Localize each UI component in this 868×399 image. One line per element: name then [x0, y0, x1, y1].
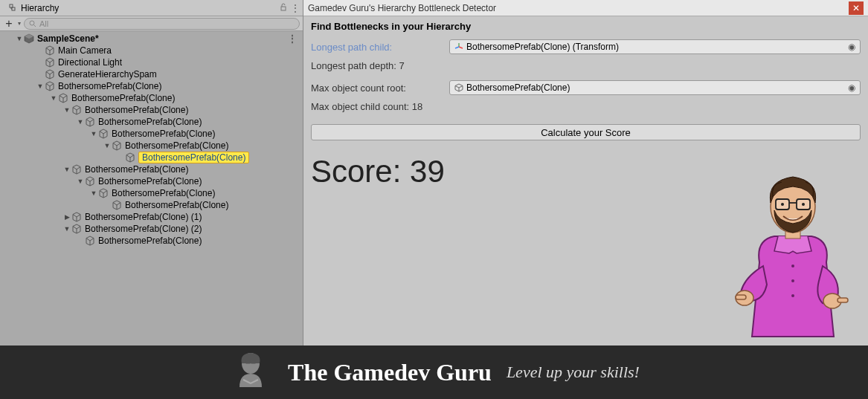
- calculate-button[interactable]: Calculate your Score: [311, 124, 861, 140]
- gameobject-icon: [71, 105, 82, 115]
- hierarchy-tab[interactable]: Hierarchy: [3, 1, 65, 15]
- svg-line-47: [126, 155, 130, 158]
- svg-line-12: [50, 48, 54, 51]
- tree-item-label: BothersomePrefab(Clone): [98, 176, 202, 186]
- footer-tagline: Level up your skills!: [507, 363, 640, 382]
- longest-path-child-label: Longest path child:: [311, 42, 445, 53]
- mascot-illustration: [722, 166, 864, 351]
- detector-panel: Gamedev Guru's Hierarchy Bottleneck Dete…: [303, 0, 868, 346]
- svg-line-60: [103, 191, 107, 194]
- tree-item[interactable]: ▼BothersomePrefab(Clone): [0, 163, 303, 175]
- svg-line-82: [455, 86, 459, 88]
- longest-path-depth-label: Longest path depth: 7: [311, 60, 405, 71]
- tree-item[interactable]: ▼BothersomePrefab(Clone) (2): [0, 223, 303, 235]
- svg-point-96: [791, 279, 794, 282]
- unity-scene-icon: [24, 33, 34, 44]
- add-button[interactable]: +: [3, 18, 15, 30]
- svg-rect-85: [736, 295, 746, 299]
- tree-item[interactable]: ▼BothersomePrefab(Clone): [0, 128, 303, 140]
- expand-arrow-icon[interactable]: ▼: [49, 94, 58, 102]
- detector-heading: Find Bottlenecks in your Hierarchy: [311, 21, 861, 32]
- svg-line-79: [455, 47, 459, 48]
- svg-point-94: [802, 203, 805, 206]
- search-input[interactable]: [39, 19, 295, 28]
- expand-arrow-icon[interactable]: ▶: [62, 213, 71, 221]
- gameobject-icon: [45, 81, 55, 91]
- svg-line-68: [77, 215, 80, 218]
- expand-arrow-icon[interactable]: ▼: [89, 189, 98, 197]
- tree-item[interactable]: ▼BothersomePrefab(Clone): [0, 80, 303, 92]
- detector-body: Find Bottlenecks in your Hierarchy Longe…: [303, 16, 868, 346]
- svg-rect-4: [281, 7, 286, 10]
- longest-path-child-value: BothersomePrefab(Clone) (Transform): [466, 42, 619, 52]
- tree-item[interactable]: ▼BothersomePrefab(Clone): [0, 140, 303, 152]
- gameobject-icon: [45, 69, 55, 80]
- svg-line-15: [46, 60, 50, 63]
- tree-container[interactable]: ▼ SampleScene* ⋮ ▼Main Camera▼Directiona…: [0, 31, 303, 346]
- expand-arrow-icon[interactable]: ▼: [76, 178, 85, 185]
- expand-arrow-icon[interactable]: ▼: [62, 225, 71, 233]
- svg-line-55: [86, 179, 90, 182]
- svg-line-63: [113, 203, 117, 206]
- svg-line-67: [73, 215, 77, 218]
- gameobject-icon: [71, 212, 82, 222]
- expand-arrow-icon[interactable]: ▼: [62, 166, 71, 173]
- object-picker-icon[interactable]: ◉: [848, 82, 855, 93]
- expand-arrow-icon[interactable]: ▼: [62, 106, 71, 114]
- tree-item[interactable]: ▼BothersomePrefab(Clone): [0, 116, 303, 128]
- tree-item-label: BothersomePrefab(Clone): [125, 200, 228, 210]
- tree-item[interactable]: ▼BothersomePrefab(Clone): [0, 175, 303, 187]
- hierarchy-panel: Hierarchy ⋮ + ▾ ▼: [0, 0, 303, 346]
- close-button[interactable]: ✕: [849, 1, 864, 15]
- search-box[interactable]: [24, 18, 300, 30]
- svg-point-93: [781, 203, 784, 206]
- scene-menu-icon[interactable]: ⋮: [288, 33, 297, 44]
- svg-line-83: [459, 86, 463, 88]
- expand-arrow-icon[interactable]: ▼: [36, 82, 45, 90]
- tree-item-label: BothersomePrefab(Clone): [125, 140, 228, 151]
- tree-item[interactable]: ▼BothersomePrefab(Clone): [0, 152, 303, 163]
- tree-item[interactable]: ▼Main Camera: [0, 45, 303, 56]
- tree-item[interactable]: ▼BothersomePrefab(Clone): [0, 187, 303, 199]
- max-object-child-count-row: Max object child count: 18: [311, 101, 861, 112]
- gameobject-icon: [98, 129, 109, 139]
- tree-item[interactable]: ▼BothersomePrefab(Clone): [0, 92, 303, 104]
- svg-line-75: [86, 239, 90, 241]
- svg-point-95: [791, 265, 794, 267]
- gameobject-icon: [125, 152, 135, 163]
- object-picker-icon[interactable]: ◉: [848, 42, 855, 52]
- longest-path-depth-row: Longest path depth: 7: [311, 60, 861, 71]
- panel-lock-icon[interactable]: [279, 3, 288, 13]
- gameobject-icon: [45, 57, 55, 68]
- expand-arrow-icon[interactable]: ▼: [103, 142, 112, 149]
- main-area: Hierarchy ⋮ + ▾ ▼: [0, 0, 868, 346]
- svg-line-64: [117, 203, 120, 206]
- gameobject-icon: [45, 45, 55, 56]
- gameobject-icon: [71, 224, 82, 234]
- svg-line-56: [90, 179, 94, 182]
- tree-item[interactable]: ▼BothersomePrefab(Clone): [0, 199, 303, 211]
- svg-line-76: [90, 239, 94, 241]
- expand-arrow-icon[interactable]: ▼: [89, 130, 98, 137]
- svg-line-72: [77, 227, 80, 230]
- tree-item[interactable]: ▼BothersomePrefab(Clone): [0, 104, 303, 116]
- scene-name: SampleScene*: [37, 33, 99, 44]
- longest-path-child-field[interactable]: BothersomePrefab(Clone) (Transform) ◉: [449, 39, 861, 54]
- svg-line-19: [46, 72, 50, 75]
- svg-line-52: [77, 167, 80, 170]
- max-object-root-value: BothersomePrefab(Clone): [466, 82, 570, 93]
- expand-arrow-icon[interactable]: ▼: [15, 35, 24, 42]
- max-object-root-field[interactable]: BothersomePrefab(Clone) ◉: [449, 80, 861, 95]
- tree-item[interactable]: ▼GenerateHierarchySpam: [0, 68, 303, 80]
- tree-item[interactable]: ▶BothersomePrefab(Clone) (1): [0, 211, 303, 223]
- scene-row[interactable]: ▼ SampleScene* ⋮: [0, 33, 303, 45]
- gameobject-icon: [98, 188, 109, 198]
- tree-item[interactable]: ▼Directional Light: [0, 56, 303, 68]
- svg-line-31: [73, 108, 77, 111]
- add-dropdown-icon[interactable]: ▾: [18, 20, 21, 27]
- tree-item[interactable]: ▼BothersomePrefab(Clone): [0, 235, 303, 247]
- panel-menu-icon[interactable]: ⋮: [291, 3, 300, 13]
- tree-item-label: BothersomePrefab(Clone): [138, 152, 249, 163]
- svg-line-28: [63, 96, 67, 99]
- expand-arrow-icon[interactable]: ▼: [76, 118, 85, 126]
